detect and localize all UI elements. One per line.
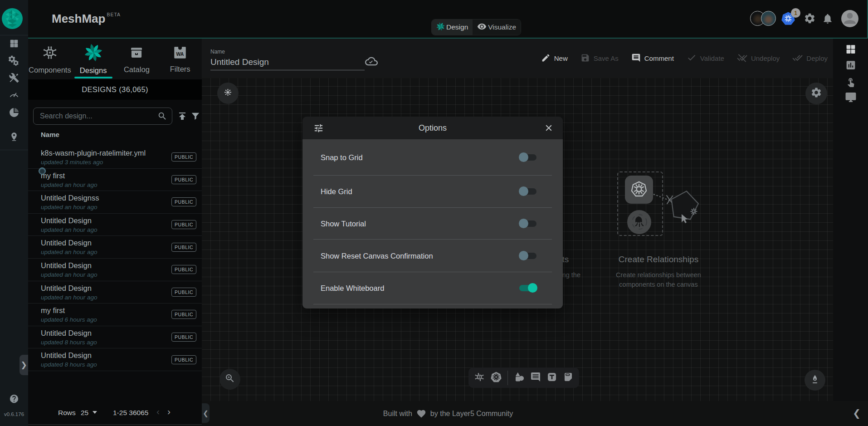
tab-designs[interactable]: Designs bbox=[72, 39, 115, 79]
search-input[interactable] bbox=[34, 112, 157, 120]
design-row[interactable]: Untitled Design updated an hour ago PUBL… bbox=[28, 259, 202, 281]
pencil-icon bbox=[541, 53, 551, 64]
option-toggle[interactable] bbox=[519, 188, 536, 195]
tab-catalog[interactable]: Catalog bbox=[115, 39, 159, 79]
toggle-knob bbox=[519, 219, 528, 228]
person-icon bbox=[841, 10, 858, 27]
views-grid-icon[interactable] bbox=[845, 44, 856, 55]
design-row[interactable]: Untitled Design updated 8 hours ago PUBL… bbox=[28, 348, 202, 371]
option-toggle[interactable] bbox=[519, 285, 536, 291]
collapse-right-handle[interactable]: ❮ bbox=[852, 407, 862, 419]
design-visibility-badge: PUBLIC bbox=[171, 220, 196, 229]
design-row[interactable]: k8s-wasm-plugin-ratelimiter.yml updated … bbox=[28, 146, 202, 169]
design-name: my first bbox=[41, 306, 65, 315]
comment-button[interactable]: Comment bbox=[631, 53, 674, 64]
profile-avatar[interactable] bbox=[841, 10, 858, 27]
next-page-button[interactable]: › bbox=[167, 406, 171, 417]
extensions-pie-icon[interactable] bbox=[9, 107, 20, 118]
caret-down-icon[interactable] bbox=[93, 411, 97, 414]
collapse-drawer-handle[interactable]: ❮ bbox=[202, 403, 210, 423]
collaborator-avatar[interactable] bbox=[761, 11, 776, 26]
option-row: Show Tutorial bbox=[313, 208, 552, 240]
options-modal: Options Snap to Grid Hide Grid Show Tuto… bbox=[302, 117, 563, 308]
designs-search-row bbox=[28, 100, 202, 132]
tab-filters[interactable]: WA Filters bbox=[158, 39, 202, 79]
lifecycle-gears-icon[interactable] bbox=[9, 55, 20, 66]
dock-component-icon[interactable] bbox=[474, 372, 485, 384]
zoom-in-icon bbox=[224, 373, 235, 386]
help-icon[interactable] bbox=[9, 394, 19, 404]
dock-kubernetes-icon[interactable] bbox=[490, 371, 502, 385]
check-icon bbox=[687, 53, 697, 64]
search-icon[interactable] bbox=[157, 111, 167, 121]
dock-text-icon[interactable] bbox=[546, 372, 557, 384]
option-toggle[interactable] bbox=[519, 154, 536, 161]
pagination-range: 1-25 36065 bbox=[113, 409, 148, 417]
catalog-icon bbox=[128, 44, 145, 63]
layer5-logo[interactable] bbox=[2, 8, 23, 31]
design-row[interactable]: my first updated 6 hours ago PUBLIC bbox=[28, 304, 202, 326]
save-as-button[interactable]: Save As bbox=[580, 53, 619, 64]
rows-per-page-select[interactable]: 25 bbox=[81, 409, 88, 417]
option-label: Enable Whiteboard bbox=[321, 284, 384, 293]
filter-funnel-icon[interactable] bbox=[190, 111, 200, 121]
canvas-settings-button[interactable] bbox=[805, 83, 827, 104]
performance-gauge-icon[interactable] bbox=[9, 89, 20, 100]
new-button[interactable]: New bbox=[541, 53, 568, 64]
snowflake-icon bbox=[224, 88, 232, 98]
cluster-snowflake-button[interactable] bbox=[217, 83, 239, 104]
design-name: Untitled Designss bbox=[41, 194, 99, 202]
design-updated: updated an hour ago bbox=[41, 226, 98, 233]
undeploy-button[interactable]: Undeploy bbox=[737, 53, 780, 64]
option-row: Hide Grid bbox=[313, 176, 552, 208]
kubernetes-context-button[interactable]: 1 bbox=[781, 11, 796, 27]
design-owner-avatar bbox=[39, 167, 46, 175]
hint-description: Create relationships between components … bbox=[590, 270, 727, 289]
save-icon bbox=[580, 53, 590, 64]
design-row[interactable]: Untitled Design updated an hour ago PUBL… bbox=[28, 281, 202, 304]
dashboard-icon[interactable] bbox=[9, 39, 19, 49]
design-row[interactable]: Untitled Design updated 8 hours ago PUBL… bbox=[28, 326, 202, 349]
validate-button[interactable]: Validate bbox=[687, 53, 724, 64]
tab-components[interactable]: Components bbox=[28, 39, 72, 79]
wasm-filters-icon: WA bbox=[172, 45, 188, 62]
close-icon[interactable] bbox=[544, 123, 554, 133]
design-name-input[interactable] bbox=[210, 56, 365, 70]
previous-page-button[interactable]: ‹ bbox=[156, 406, 160, 417]
monitor-icon[interactable] bbox=[845, 92, 856, 103]
zoom-in-button[interactable] bbox=[219, 369, 240, 390]
hint-card-create-relationships: Create Relationships Create relationship… bbox=[590, 255, 727, 289]
design-row[interactable]: Untitled Design updated an hour ago PUBL… bbox=[28, 214, 202, 236]
dock-note-icon[interactable] bbox=[563, 372, 574, 384]
footer-text-prefix: Built with bbox=[383, 410, 412, 418]
expand-nav-handle[interactable]: ❯ bbox=[20, 355, 28, 375]
heart-icon bbox=[416, 409, 426, 419]
location-pin-icon[interactable] bbox=[9, 132, 19, 142]
dock-separator bbox=[507, 371, 508, 385]
whiteboard-pen-button[interactable] bbox=[805, 370, 825, 391]
designs-list: k8s-wasm-plugin-ratelimiter.yml updated … bbox=[28, 146, 202, 371]
pen-nib-icon bbox=[810, 374, 820, 386]
option-toggle[interactable] bbox=[519, 220, 536, 227]
settings-gear-icon[interactable] bbox=[804, 12, 816, 24]
components-icon bbox=[41, 44, 59, 63]
dock-comment-icon[interactable] bbox=[530, 372, 541, 384]
column-header-name: Name bbox=[41, 131, 59, 138]
design-row[interactable]: my first updated an hour ago PUBLIC bbox=[28, 169, 202, 191]
options-modal-header: Options bbox=[302, 117, 563, 139]
touch-interact-icon[interactable] bbox=[845, 77, 856, 87]
design-row[interactable]: Untitled Designss updated an hour ago PU… bbox=[28, 191, 202, 214]
design-visibility-badge: PUBLIC bbox=[171, 197, 196, 206]
context-count-badge: 1 bbox=[791, 8, 800, 18]
upload-design-icon[interactable] bbox=[177, 111, 188, 122]
dock-shapes-icon[interactable] bbox=[513, 371, 525, 385]
deploy-button[interactable]: Deploy bbox=[792, 53, 828, 64]
chart-panel-icon[interactable] bbox=[845, 59, 856, 71]
meshsync-jellyfish-icon bbox=[627, 210, 651, 234]
notifications-bell-icon[interactable] bbox=[822, 13, 834, 24]
design-actions: New Save As Comment Validate Undeploy De… bbox=[541, 39, 828, 78]
option-toggle[interactable] bbox=[519, 253, 536, 259]
toolbox-icon[interactable] bbox=[9, 73, 20, 83]
hint-title: Create Relationships bbox=[590, 255, 727, 264]
design-row[interactable]: Untitled Design updated an hour ago PUBL… bbox=[28, 236, 202, 259]
